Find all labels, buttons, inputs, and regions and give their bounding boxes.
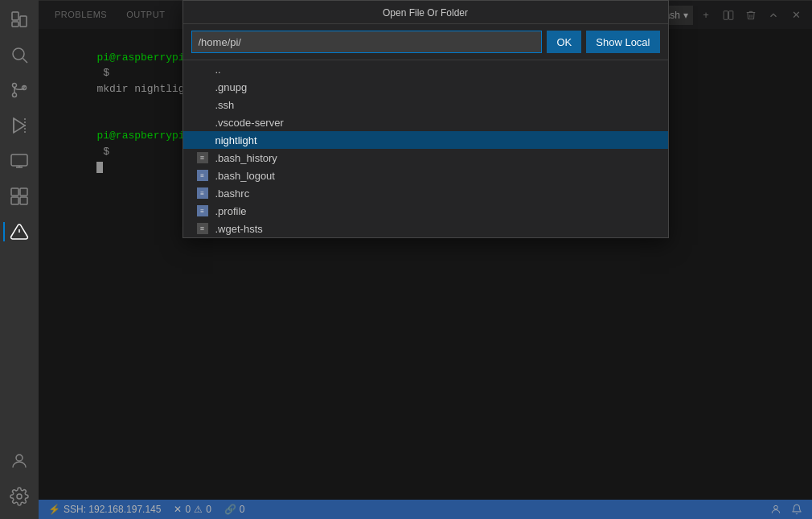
svg-rect-16 xyxy=(11,197,18,204)
show-local-button[interactable]: Show Local xyxy=(586,31,659,53)
file-list-item[interactable]: ≡.profile xyxy=(183,202,668,220)
activity-icon-source-control[interactable] xyxy=(3,74,35,106)
file-item-label: .bash_logout xyxy=(215,170,275,182)
file-list-item[interactable]: .ssh xyxy=(183,96,668,113)
ok-button[interactable]: OK xyxy=(547,31,581,53)
activity-icon-remote-explorer[interactable] xyxy=(3,145,35,177)
file-item-icon: ≡ xyxy=(196,151,209,164)
svg-rect-11 xyxy=(11,154,27,166)
open-file-dialog: Open File Or Folder OK Show Local ...gnu… xyxy=(182,0,669,238)
file-item-label: .vscode-server xyxy=(215,117,284,129)
file-item-label: .profile xyxy=(215,205,247,217)
activity-icon-extensions[interactable] xyxy=(3,180,35,212)
svg-rect-17 xyxy=(20,197,27,204)
activity-icon-warning[interactable] xyxy=(3,216,35,248)
file-path-input[interactable] xyxy=(191,31,543,53)
file-list-item[interactable]: ≡.bash_logout xyxy=(183,167,668,184)
activity-bar xyxy=(0,0,39,519)
svg-point-3 xyxy=(13,48,24,60)
file-item-label: .bash_history xyxy=(215,152,277,164)
svg-rect-14 xyxy=(11,188,18,196)
activity-icon-explorer[interactable] xyxy=(3,3,35,35)
svg-rect-15 xyxy=(20,188,27,196)
file-item-icon: ≡ xyxy=(196,222,209,235)
svg-line-4 xyxy=(23,59,28,64)
file-item-icon: ≡ xyxy=(196,169,209,182)
svg-point-20 xyxy=(16,455,23,461)
file-list-item[interactable]: .. xyxy=(183,60,668,78)
file-item-label: nightlight xyxy=(215,134,257,146)
dialog-overlay: Open File Or Folder OK Show Local ...gnu… xyxy=(39,0,812,519)
file-item-icon: ≡ xyxy=(196,204,209,217)
activity-icon-account[interactable] xyxy=(3,445,35,477)
file-item-icon xyxy=(196,98,209,111)
file-list-item[interactable]: ≡.wget-hsts xyxy=(183,220,668,237)
svg-rect-0 xyxy=(12,12,18,20)
dialog-input-row: OK Show Local xyxy=(183,24,668,60)
svg-point-5 xyxy=(13,84,17,88)
svg-point-21 xyxy=(17,494,22,499)
activity-icon-search[interactable] xyxy=(3,39,35,71)
file-list-item[interactable]: nightlight xyxy=(183,131,668,149)
dialog-title: Open File Or Folder xyxy=(183,1,668,24)
activity-bar-bottom xyxy=(3,445,35,519)
file-list-item[interactable]: .gnupg xyxy=(183,78,668,96)
file-item-icon xyxy=(196,80,209,93)
file-item-label: .gnupg xyxy=(215,81,248,93)
main-content: Open File Or Folder OK Show Local ...gnu… xyxy=(39,0,812,519)
svg-rect-1 xyxy=(20,16,27,27)
file-item-label: .. xyxy=(215,64,221,76)
file-item-icon xyxy=(196,63,209,76)
file-item-label: .wget-hsts xyxy=(215,223,263,235)
file-item-icon: ≡ xyxy=(196,187,209,200)
file-list-item[interactable]: ≡.bash_history xyxy=(183,149,668,167)
activity-icon-settings[interactable] xyxy=(3,480,35,513)
file-item-label: .ssh xyxy=(215,99,235,111)
file-item-icon xyxy=(196,134,209,146)
svg-marker-8 xyxy=(14,118,25,133)
file-item-icon xyxy=(196,116,209,129)
activity-icon-run[interactable] xyxy=(3,109,35,142)
activity-bar-top xyxy=(3,3,35,445)
svg-point-6 xyxy=(13,93,17,97)
file-list: ...gnupg.ssh.vscode-servernightlight≡.ba… xyxy=(183,60,668,237)
svg-rect-2 xyxy=(12,22,18,27)
file-list-item[interactable]: .vscode-server xyxy=(183,113,668,131)
file-list-item[interactable]: ≡.bashrc xyxy=(183,184,668,202)
file-item-label: .bashrc xyxy=(215,187,250,200)
